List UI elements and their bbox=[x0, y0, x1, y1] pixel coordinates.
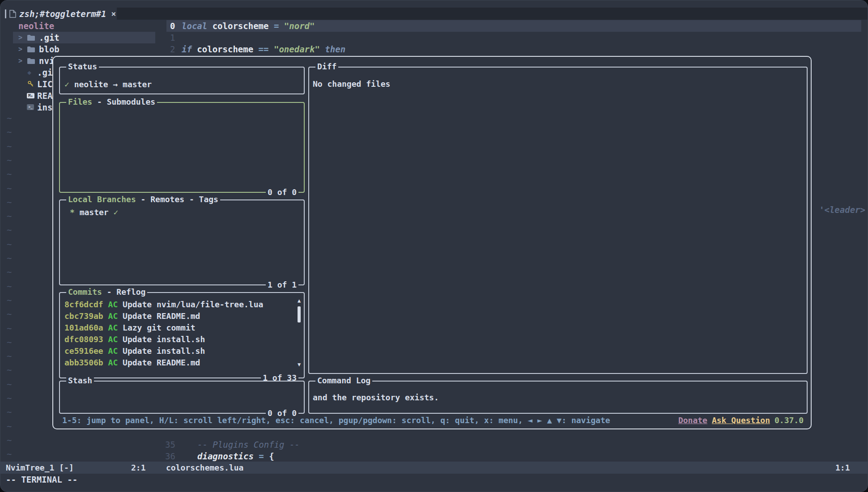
diff-panel[interactable]: Diff No changed files bbox=[308, 67, 808, 374]
tilde-marker: ~ bbox=[7, 210, 12, 222]
chevron-right-icon: > bbox=[18, 55, 22, 67]
tilde-marker: ~ bbox=[7, 280, 12, 292]
scroll-up-icon[interactable]: ▲ bbox=[296, 297, 302, 304]
status-branch-info: ✓ neolite → master bbox=[64, 79, 304, 90]
tilde-marker: ~ bbox=[7, 196, 12, 208]
command-log-content: and the repository exists. bbox=[313, 392, 807, 403]
ask-question-link[interactable]: Ask Question bbox=[712, 416, 770, 425]
tree-item-git-folder[interactable]: > .git bbox=[0, 32, 156, 43]
chevron-right-icon: > bbox=[18, 43, 22, 55]
brace-token: { bbox=[269, 451, 274, 461]
branch-row[interactable]: * master ✓ bbox=[70, 207, 304, 218]
tabline: zsh;#toggleterm#1 × bbox=[0, 8, 868, 20]
keyword-token: then bbox=[325, 44, 345, 54]
version-label: 0.37.0 bbox=[774, 416, 804, 425]
commit-row[interactable]: cbc739ab AC Update README.md bbox=[64, 310, 293, 322]
command-log-panel[interactable]: Command Log and the repository exists. bbox=[308, 381, 808, 414]
status-panel[interactable]: Status ✓ neolite → master bbox=[59, 67, 305, 94]
document-icon bbox=[9, 10, 16, 18]
comment-token: -- Plugins Config -- bbox=[197, 439, 300, 450]
keybind-hints: 1-5: jump to panel, H/L: scroll left/rig… bbox=[62, 416, 610, 425]
git-icon: ◆ bbox=[27, 67, 31, 78]
commits-scrollbar[interactable]: ▲ ▼ bbox=[296, 297, 302, 368]
line-number: 0 bbox=[170, 20, 175, 32]
scrollbar-thumb[interactable] bbox=[298, 306, 301, 322]
lazygit-window: Status ✓ neolite → master Files - Submod… bbox=[52, 56, 812, 429]
lazygit-footer: 1-5: jump to panel, H/L: scroll left/rig… bbox=[62, 415, 804, 425]
tree-item-label: .git bbox=[39, 32, 60, 43]
status-panel-title: Status bbox=[68, 62, 97, 71]
statusline-cursor-left: 2:1 bbox=[131, 462, 146, 474]
tree-item-blob-folder[interactable]: > blob bbox=[0, 43, 156, 55]
code-line: if colorscheme == "onedark" then bbox=[182, 43, 345, 55]
tilde-marker: ~ bbox=[7, 168, 12, 180]
identifier-token: diagnostics bbox=[197, 451, 259, 461]
folder-icon bbox=[27, 58, 35, 64]
tree-item-label: LIC bbox=[37, 78, 52, 90]
tab-indicator-bar bbox=[5, 9, 6, 18]
tilde-marker: ~ bbox=[7, 364, 12, 376]
tilde-marker: ~ bbox=[7, 406, 12, 418]
branches-panel[interactable]: Local Branches - Remotes - Tags * master… bbox=[59, 199, 305, 285]
tilde-marker: ~ bbox=[7, 350, 12, 362]
files-tab[interactable]: Files bbox=[68, 97, 92, 106]
terminal-tab[interactable]: zsh;#toggleterm#1 × bbox=[5, 8, 119, 20]
tilde-marker: ~ bbox=[7, 448, 12, 460]
commit-row[interactable]: ce5916ee AC Update install.sh bbox=[64, 345, 293, 357]
tilde-marker: ~ bbox=[7, 434, 12, 446]
files-tabs-rest[interactable]: - Submodules bbox=[92, 97, 155, 106]
chevron-right-icon: > bbox=[18, 32, 22, 43]
tilde-marker: ~ bbox=[7, 322, 12, 334]
tree-item-label: ins bbox=[37, 102, 52, 113]
code-line: local colorscheme = "nord" bbox=[182, 20, 315, 32]
commit-list: 8cf6dcdf AC Update nvim/lua/file-tree.lu… bbox=[64, 299, 293, 369]
tree-item-label: .gi bbox=[37, 67, 52, 78]
commit-row[interactable]: 8cf6dcdf AC Update nvim/lua/file-tree.lu… bbox=[64, 299, 293, 310]
close-icon[interactable]: × bbox=[111, 9, 116, 18]
commits-tabs-rest[interactable]: - Reflog bbox=[102, 287, 146, 297]
terminal-script-icon: >_ bbox=[27, 104, 34, 110]
statusline-cursor-right: 1:1 bbox=[835, 462, 850, 474]
line-number: 2 bbox=[170, 43, 175, 55]
line-number: 1 bbox=[170, 32, 175, 43]
donate-link[interactable]: Donate bbox=[678, 416, 707, 425]
commit-row[interactable]: 101ad60a AC Lazy git commit bbox=[64, 322, 293, 334]
branches-tabs-rest[interactable]: - Remotes - Tags bbox=[136, 195, 218, 204]
statusline: NvimTree_1 [-] 2:1 colorschemes.lua 1:1 bbox=[0, 462, 868, 474]
tree-root[interactable]: neolite bbox=[0, 20, 156, 32]
commits-panel[interactable]: Commits - Reflog 8cf6dcdf AC Update nvim… bbox=[59, 292, 305, 378]
terminal-window: zsh;#toggleterm#1 × neolite > .git > blo… bbox=[0, 0, 868, 492]
stash-panel-title: Stash bbox=[68, 376, 92, 385]
string-token: "nord" bbox=[284, 21, 315, 31]
keyword-token: if bbox=[182, 44, 197, 54]
commit-row[interactable]: abb3506b AC Update README.md bbox=[64, 357, 293, 369]
keyword-token: local bbox=[182, 21, 213, 31]
tilde-marker: ~ bbox=[7, 112, 12, 124]
tree-root-label: neolite bbox=[18, 20, 54, 32]
scroll-down-icon[interactable]: ▼ bbox=[296, 361, 302, 368]
check-icon: ✓ bbox=[114, 208, 119, 217]
tilde-marker: ~ bbox=[7, 392, 12, 404]
tree-item-label: blob bbox=[39, 43, 60, 55]
commit-row[interactable]: dfc08093 AC Update install.sh bbox=[64, 334, 293, 345]
commits-tab[interactable]: Commits bbox=[68, 287, 102, 297]
current-branch-star: * bbox=[70, 208, 75, 217]
mode-indicator: -- TERMINAL -- bbox=[6, 474, 77, 485]
markdown-icon: M↓ bbox=[27, 93, 34, 98]
files-panel[interactable]: Files - Submodules 0 of 0 bbox=[59, 102, 305, 193]
line-number: 35 bbox=[165, 439, 175, 450]
tilde-marker: ~ bbox=[7, 308, 12, 320]
footer-links: DonateAsk Question0.37.0 bbox=[678, 416, 804, 425]
operator-token: == bbox=[259, 44, 274, 54]
diff-content: No changed files bbox=[313, 78, 807, 90]
tilde-marker: ~ bbox=[7, 182, 12, 194]
command-log-title: Command Log bbox=[317, 376, 370, 385]
operator-token: = bbox=[274, 21, 284, 31]
identifier-token: colorscheme bbox=[197, 44, 258, 54]
tilde-marker: ~ bbox=[7, 224, 12, 236]
identifier-token: colorscheme bbox=[213, 21, 274, 31]
tilde-marker: ~ bbox=[7, 140, 12, 152]
branches-tab[interactable]: Local Branches bbox=[68, 195, 136, 204]
stash-panel[interactable]: Stash 0 of 0 bbox=[59, 381, 305, 414]
check-icon: ✓ bbox=[64, 80, 69, 89]
